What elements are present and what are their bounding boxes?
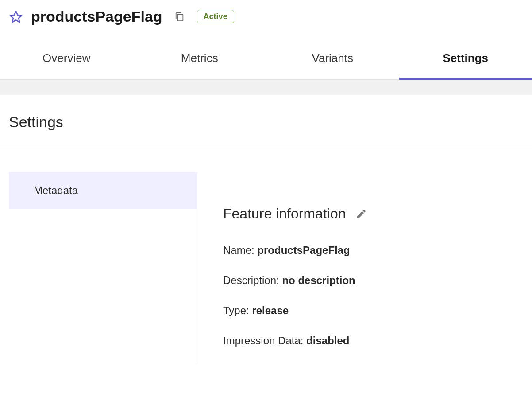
status-badge: Active xyxy=(197,10,234,23)
tab-metrics[interactable]: Metrics xyxy=(133,36,266,79)
separator-strip xyxy=(0,80,532,95)
info-description-label: Description: xyxy=(223,274,282,286)
star-icon[interactable] xyxy=(9,10,23,24)
settings-sidebar: Metadata xyxy=(0,172,197,365)
tabs: Overview Metrics Variants Settings xyxy=(0,36,532,80)
info-name-value: productsPageFlag xyxy=(257,244,350,256)
info-type-label: Type: xyxy=(223,304,252,316)
info-type-value: release xyxy=(252,304,289,316)
section-title-row: Feature information xyxy=(223,206,532,222)
page-heading-section: Settings xyxy=(0,95,532,147)
edit-icon[interactable] xyxy=(355,208,367,220)
sidebar-item-metadata[interactable]: Metadata xyxy=(9,172,197,209)
info-name: Name: productsPageFlag xyxy=(223,244,532,257)
info-impression-value: disabled xyxy=(306,335,349,347)
tab-settings[interactable]: Settings xyxy=(399,36,532,79)
tab-variants[interactable]: Variants xyxy=(266,36,399,79)
details-panel: Feature information Name: productsPageFl… xyxy=(197,172,532,365)
info-description: Description: no description xyxy=(223,274,532,287)
page-header: productsPageFlag Active xyxy=(0,0,532,36)
info-type: Type: release xyxy=(223,304,532,317)
content-area: Metadata Feature information Name: produ… xyxy=(0,147,532,365)
flag-title: productsPageFlag xyxy=(31,8,162,25)
info-description-value: no description xyxy=(282,274,355,286)
info-impression-label: Impression Data: xyxy=(223,335,306,347)
info-impression: Impression Data: disabled xyxy=(223,335,532,347)
tab-overview[interactable]: Overview xyxy=(0,36,133,79)
copy-icon[interactable] xyxy=(175,12,185,22)
section-title: Feature information xyxy=(223,206,346,222)
page-heading: Settings xyxy=(9,113,523,131)
info-name-label: Name: xyxy=(223,244,257,256)
